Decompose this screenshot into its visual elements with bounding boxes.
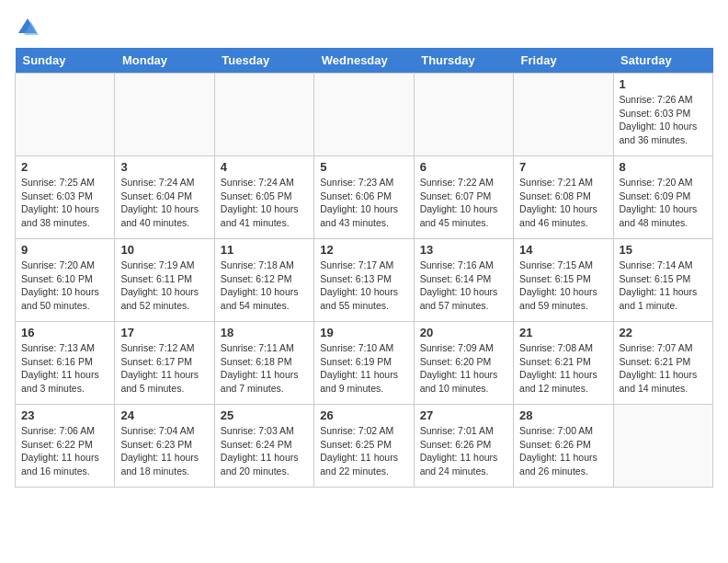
- day-info: Sunrise: 7:11 AM Sunset: 6:18 PM Dayligh…: [221, 341, 308, 396]
- calendar-cell: [314, 74, 414, 156]
- day-info: Sunrise: 7:14 AM Sunset: 6:15 PM Dayligh…: [620, 259, 707, 313]
- day-number: 2: [21, 160, 108, 174]
- header-day-saturday: Saturday: [613, 48, 712, 74]
- day-number: 20: [420, 326, 507, 339]
- calendar-cell: 25Sunrise: 7:03 AM Sunset: 6:24 PM Dayli…: [214, 405, 313, 488]
- calendar-cell: 28Sunrise: 7:00 AM Sunset: 6:26 PM Dayli…: [514, 405, 613, 488]
- calendar-cell: 2Sunrise: 7:25 AM Sunset: 6:03 PM Daylig…: [16, 156, 115, 239]
- day-info: Sunrise: 7:09 AM Sunset: 6:20 PM Dayligh…: [420, 341, 507, 396]
- day-info: Sunrise: 7:08 AM Sunset: 6:21 PM Dayligh…: [519, 341, 607, 396]
- calendar-week-4: 23Sunrise: 7:06 AM Sunset: 6:22 PM Dayli…: [16, 405, 713, 488]
- day-number: 24: [120, 408, 208, 422]
- calendar-cell: 13Sunrise: 7:16 AM Sunset: 6:14 PM Dayli…: [414, 239, 513, 322]
- calendar-cell: 12Sunrise: 7:17 AM Sunset: 6:13 PM Dayli…: [314, 239, 414, 322]
- day-info: Sunrise: 7:04 AM Sunset: 6:23 PM Dayligh…: [120, 424, 208, 478]
- calendar-cell: 21Sunrise: 7:08 AM Sunset: 6:21 PM Dayli…: [514, 322, 613, 405]
- day-number: 1: [620, 77, 707, 91]
- day-number: 7: [519, 160, 607, 174]
- calendar-cell: 6Sunrise: 7:22 AM Sunset: 6:07 PM Daylig…: [414, 156, 513, 239]
- calendar-cell: 7Sunrise: 7:21 AM Sunset: 6:08 PM Daylig…: [514, 156, 613, 239]
- day-info: Sunrise: 7:07 AM Sunset: 6:21 PM Dayligh…: [620, 341, 707, 396]
- calendar-cell: [16, 74, 115, 156]
- day-number: 4: [221, 160, 308, 174]
- day-number: 5: [320, 160, 407, 174]
- day-number: 22: [620, 326, 707, 339]
- day-info: Sunrise: 7:20 AM Sunset: 6:10 PM Dayligh…: [21, 259, 108, 313]
- calendar-table: SundayMondayTuesdayWednesdayThursdayFrid…: [15, 48, 713, 488]
- day-number: 6: [420, 160, 507, 174]
- day-number: 19: [320, 326, 407, 339]
- calendar-cell: 15Sunrise: 7:14 AM Sunset: 6:15 PM Dayli…: [613, 239, 712, 322]
- day-info: Sunrise: 7:24 AM Sunset: 6:04 PM Dayligh…: [120, 176, 208, 230]
- calendar-cell: 22Sunrise: 7:07 AM Sunset: 6:21 PM Dayli…: [613, 322, 712, 405]
- day-info: Sunrise: 7:22 AM Sunset: 6:07 PM Dayligh…: [420, 176, 507, 230]
- calendar-week-0: 1Sunrise: 7:26 AM Sunset: 6:03 PM Daylig…: [16, 74, 713, 156]
- day-number: 18: [221, 326, 308, 339]
- header-day-sunday: Sunday: [16, 48, 115, 74]
- calendar-header: SundayMondayTuesdayWednesdayThursdayFrid…: [16, 48, 713, 74]
- day-number: 14: [519, 243, 607, 257]
- calendar-cell: 27Sunrise: 7:01 AM Sunset: 6:26 PM Dayli…: [414, 405, 513, 488]
- calendar-cell: 11Sunrise: 7:18 AM Sunset: 6:12 PM Dayli…: [214, 239, 313, 322]
- day-number: 13: [420, 243, 507, 257]
- day-info: Sunrise: 7:12 AM Sunset: 6:17 PM Dayligh…: [120, 341, 208, 396]
- calendar-week-2: 9Sunrise: 7:20 AM Sunset: 6:10 PM Daylig…: [16, 239, 713, 322]
- header-day-wednesday: Wednesday: [314, 48, 414, 74]
- calendar-cell: 26Sunrise: 7:02 AM Sunset: 6:25 PM Dayli…: [314, 405, 414, 488]
- calendar-cell: 1Sunrise: 7:26 AM Sunset: 6:03 PM Daylig…: [613, 74, 712, 156]
- calendar-cell: 14Sunrise: 7:15 AM Sunset: 6:15 PM Dayli…: [514, 239, 613, 322]
- day-info: Sunrise: 7:26 AM Sunset: 6:03 PM Dayligh…: [620, 93, 707, 147]
- day-number: 12: [320, 243, 407, 257]
- day-number: 17: [120, 326, 208, 339]
- day-number: 11: [221, 243, 308, 257]
- calendar-cell: 8Sunrise: 7:20 AM Sunset: 6:09 PM Daylig…: [613, 156, 712, 239]
- day-number: 28: [519, 408, 607, 422]
- calendar-cell: [613, 405, 712, 488]
- calendar-week-3: 16Sunrise: 7:13 AM Sunset: 6:16 PM Dayli…: [16, 322, 713, 405]
- calendar-cell: [414, 74, 513, 156]
- calendar-cell: 3Sunrise: 7:24 AM Sunset: 6:04 PM Daylig…: [115, 156, 214, 239]
- day-number: 9: [21, 243, 108, 257]
- calendar-cell: 10Sunrise: 7:19 AM Sunset: 6:11 PM Dayli…: [115, 239, 214, 322]
- day-number: 16: [21, 326, 108, 339]
- day-info: Sunrise: 7:02 AM Sunset: 6:25 PM Dayligh…: [320, 424, 407, 478]
- day-info: Sunrise: 7:17 AM Sunset: 6:13 PM Dayligh…: [320, 259, 407, 313]
- day-info: Sunrise: 7:13 AM Sunset: 6:16 PM Dayligh…: [21, 341, 108, 396]
- logo: [15, 15, 44, 40]
- day-info: Sunrise: 7:19 AM Sunset: 6:11 PM Dayligh…: [120, 259, 208, 313]
- header-day-friday: Friday: [514, 48, 613, 74]
- calendar-cell: [214, 74, 313, 156]
- calendar-cell: 17Sunrise: 7:12 AM Sunset: 6:17 PM Dayli…: [115, 322, 214, 405]
- logo-icon: [15, 15, 40, 40]
- header-day-tuesday: Tuesday: [214, 48, 313, 74]
- day-number: 10: [120, 243, 208, 257]
- day-info: Sunrise: 7:18 AM Sunset: 6:12 PM Dayligh…: [221, 259, 308, 313]
- calendar-cell: 24Sunrise: 7:04 AM Sunset: 6:23 PM Dayli…: [115, 405, 214, 488]
- day-number: 8: [620, 160, 707, 174]
- day-number: 15: [620, 243, 707, 257]
- calendar-cell: 23Sunrise: 7:06 AM Sunset: 6:22 PM Dayli…: [16, 405, 115, 488]
- day-info: Sunrise: 7:25 AM Sunset: 6:03 PM Dayligh…: [21, 176, 108, 230]
- day-info: Sunrise: 7:20 AM Sunset: 6:09 PM Dayligh…: [620, 176, 707, 230]
- day-info: Sunrise: 7:10 AM Sunset: 6:19 PM Dayligh…: [320, 341, 407, 396]
- day-info: Sunrise: 7:16 AM Sunset: 6:14 PM Dayligh…: [420, 259, 507, 313]
- header-day-thursday: Thursday: [414, 48, 513, 74]
- day-number: 23: [21, 408, 108, 422]
- day-info: Sunrise: 7:21 AM Sunset: 6:08 PM Dayligh…: [519, 176, 607, 230]
- day-info: Sunrise: 7:06 AM Sunset: 6:22 PM Dayligh…: [21, 424, 108, 478]
- calendar-cell: [514, 74, 613, 156]
- calendar-cell: 20Sunrise: 7:09 AM Sunset: 6:20 PM Dayli…: [414, 322, 513, 405]
- calendar-body: 1Sunrise: 7:26 AM Sunset: 6:03 PM Daylig…: [16, 74, 713, 488]
- calendar-cell: [115, 74, 214, 156]
- calendar-cell: 9Sunrise: 7:20 AM Sunset: 6:10 PM Daylig…: [16, 239, 115, 322]
- calendar-cell: 16Sunrise: 7:13 AM Sunset: 6:16 PM Dayli…: [16, 322, 115, 405]
- day-info: Sunrise: 7:00 AM Sunset: 6:26 PM Dayligh…: [519, 424, 607, 478]
- header-day-monday: Monday: [115, 48, 214, 74]
- day-number: 25: [221, 408, 308, 422]
- day-number: 27: [420, 408, 507, 422]
- day-number: 21: [519, 326, 607, 339]
- calendar-week-1: 2Sunrise: 7:25 AM Sunset: 6:03 PM Daylig…: [16, 156, 713, 239]
- day-info: Sunrise: 7:24 AM Sunset: 6:05 PM Dayligh…: [221, 176, 308, 230]
- day-info: Sunrise: 7:03 AM Sunset: 6:24 PM Dayligh…: [221, 424, 308, 478]
- day-info: Sunrise: 7:23 AM Sunset: 6:06 PM Dayligh…: [320, 176, 407, 230]
